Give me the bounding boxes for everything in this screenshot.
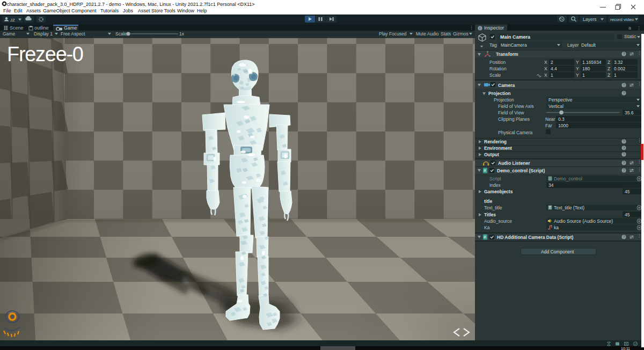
svg-text:#: # (484, 169, 486, 172)
svg-text:?: ? (623, 146, 625, 150)
svg-text:T: T (549, 206, 551, 209)
svg-text:?: ? (623, 235, 625, 239)
svg-text:?: ? (623, 169, 625, 172)
svg-text:?: ? (623, 152, 625, 156)
svg-text:?: ? (623, 83, 625, 87)
svg-text:?: ? (623, 161, 625, 165)
svg-text:?: ? (623, 52, 625, 56)
svg-text:Frezee-0: Frezee-0 (7, 43, 83, 65)
svg-text:?: ? (623, 140, 625, 143)
svg-text:#: # (484, 235, 486, 239)
svg-text:?: ? (623, 91, 625, 95)
svg-text:JZ: JZ (10, 18, 15, 23)
